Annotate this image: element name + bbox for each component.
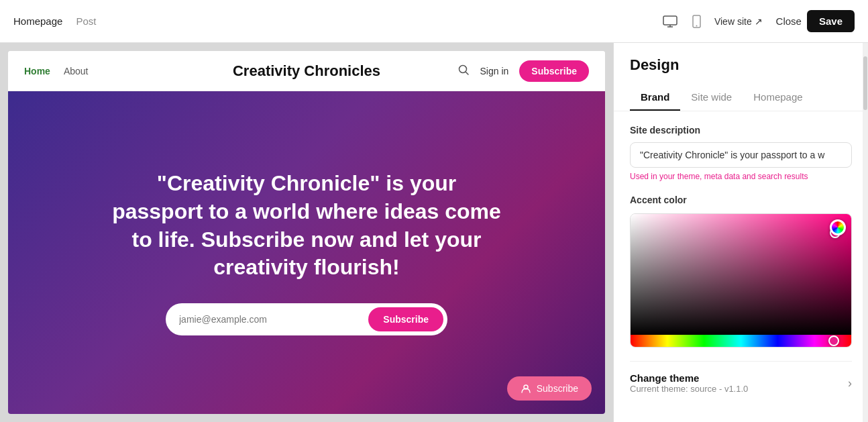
hero-section: "Creativity Chronicle" is your passport … (8, 91, 605, 414)
svg-rect-0 (663, 16, 677, 25)
color-wheel-icon[interactable] (830, 219, 846, 235)
chevron-right-icon: › (848, 376, 852, 390)
accent-color-label: Accent color (630, 195, 852, 205)
design-tabs: Brand Site wide Homepage (630, 85, 852, 111)
change-theme-row[interactable]: Change theme Current theme: source - v1.… (630, 361, 852, 394)
hue-slider[interactable] (631, 335, 851, 347)
search-icon[interactable] (457, 64, 470, 78)
site-nav: Home About Creativity Chronicles Sign in… (8, 51, 605, 91)
top-bar: Homepage Post View site ↗ Close Save (0, 0, 868, 43)
desktop-icon[interactable] (661, 15, 680, 28)
svg-point-4 (696, 25, 698, 26)
top-bar-left: Homepage Post (13, 15, 647, 27)
design-panel-body: Site description Used in your theme, met… (614, 111, 868, 422)
hero-subscribe-button[interactable]: Subscribe (368, 307, 443, 331)
design-panel: Design Brand Site wide Homepage Site des… (613, 43, 868, 422)
design-panel-header: Design Brand Site wide Homepage (614, 43, 868, 111)
floating-subscribe-label: Subscribe (537, 383, 578, 394)
homepage-tab[interactable]: Homepage (13, 15, 62, 27)
site-title: Creativity Chronicles (213, 62, 401, 80)
subscribe-nav-button[interactable]: Subscribe (519, 60, 589, 82)
hero-form: Subscribe (166, 303, 447, 335)
post-tab[interactable]: Post (76, 15, 96, 27)
main-layout: Home About Creativity Chronicles Sign in… (0, 43, 868, 422)
color-picker[interactable] (630, 213, 852, 348)
panel-scroll-thumb (863, 56, 867, 110)
hero-title: "Creativity Chronicle" is your passport … (112, 170, 501, 281)
preview-pane: Home About Creativity Chronicles Sign in… (0, 43, 613, 422)
site-description-hint: Used in your theme, meta data and search… (630, 172, 852, 181)
panel-scrollbar[interactable] (863, 43, 868, 422)
hero-email-input[interactable] (179, 314, 368, 325)
view-site-button[interactable]: View site ↗ (714, 16, 763, 27)
site-description-input[interactable] (630, 142, 852, 168)
top-bar-center: View site ↗ (661, 15, 763, 28)
color-spectrum[interactable] (631, 214, 851, 335)
change-theme-sub: Current theme: source - v1.1.0 (630, 384, 748, 394)
site-nav-links: Home About (24, 66, 213, 76)
svg-point-5 (459, 65, 466, 72)
close-button[interactable]: Close (776, 15, 802, 27)
change-theme-text: Change theme Current theme: source - v1.… (630, 372, 748, 394)
tab-site-wide[interactable]: Site wide (680, 85, 743, 111)
hue-handle[interactable] (828, 335, 839, 346)
save-button[interactable]: Save (807, 10, 855, 32)
site-description-label: Site description (630, 125, 852, 136)
tab-brand[interactable]: Brand (630, 85, 680, 111)
site-nav-home[interactable]: Home (24, 66, 50, 76)
change-theme-title: Change theme (630, 372, 748, 384)
sign-in-button[interactable]: Sign in (480, 66, 509, 76)
preview-frame: Home About Creativity Chronicles Sign in… (8, 51, 605, 414)
site-nav-actions: Sign in Subscribe (400, 60, 589, 82)
site-nav-about[interactable]: About (64, 66, 89, 76)
floating-subscribe-button[interactable]: Subscribe (507, 376, 592, 401)
mobile-icon[interactable] (688, 15, 706, 28)
design-title: Design (630, 56, 852, 74)
top-bar-right: Close Save (776, 10, 855, 32)
svg-line-6 (466, 72, 468, 74)
tab-homepage[interactable]: Homepage (743, 85, 813, 111)
